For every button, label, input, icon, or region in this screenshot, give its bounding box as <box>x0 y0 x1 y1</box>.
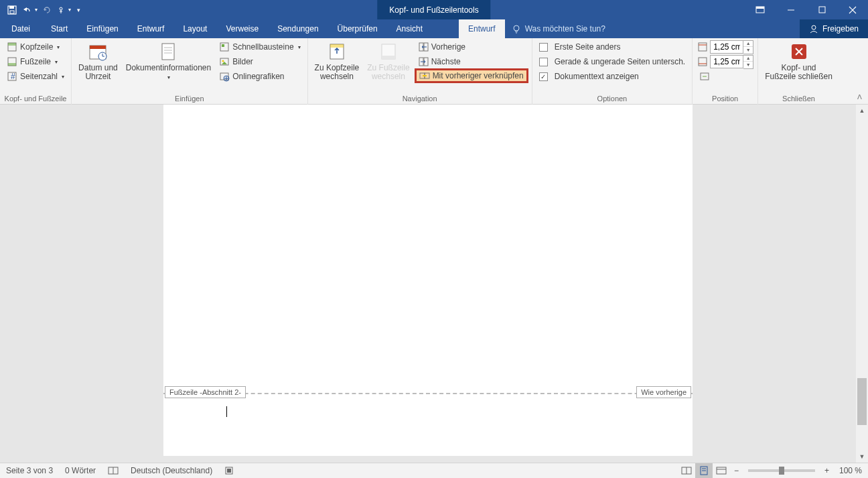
onlinegrafiken-button[interactable]: Onlinegrafiken <box>216 69 303 84</box>
zu-kopfzeile-wechseln-button[interactable]: Zu Kopfzeile wechseln <box>312 40 362 92</box>
bilder-button[interactable]: Bilder <box>216 54 303 69</box>
spellcheck-button[interactable] <box>102 463 125 478</box>
close-button[interactable] <box>837 0 868 19</box>
tell-me-placeholder: Was möchten Sie tun? <box>525 24 605 34</box>
pictures-icon <box>219 56 230 67</box>
tab-entwurf[interactable]: Entwurf <box>128 19 174 38</box>
document-area: Fußzeile -Abschnitt 2- Wie vorherige <box>0 105 856 463</box>
chevron-down-icon: ▾ <box>57 44 60 50</box>
footer-margin-icon <box>697 56 709 68</box>
online-pictures-icon <box>219 71 230 82</box>
spinner-buttons[interactable]: ▲▼ <box>743 55 753 69</box>
view-read-button[interactable] <box>678 463 695 479</box>
header-icon <box>7 42 17 52</box>
svg-rect-48 <box>699 58 707 66</box>
spinner-buttons[interactable]: ▲▼ <box>743 40 753 54</box>
datum-uhrzeit-button[interactable]: Datum und Uhrzeit <box>76 40 121 92</box>
zoom-thumb[interactable] <box>779 467 784 475</box>
chevron-down-icon: ▾ <box>55 59 58 65</box>
undo-button[interactable]: ▾ <box>21 2 38 18</box>
page-indicator[interactable]: Seite 3 von 3 <box>0 463 59 478</box>
touch-mode-button[interactable]: ▾ <box>56 2 72 18</box>
scroll-up-button[interactable]: ▲ <box>856 105 868 117</box>
tab-einfuegen[interactable]: Einfügen <box>77 19 127 38</box>
seitenzahl-button[interactable]: #Seitenzahl▾ <box>4 69 67 84</box>
naechste-button[interactable]: Nächste <box>415 54 528 69</box>
footer-section-tag: Fußzeile -Abschnitt 2- <box>165 386 246 398</box>
zoom-level[interactable]: 100 % <box>833 463 868 478</box>
fusszeile-button[interactable]: Fußzeile▾ <box>4 54 67 69</box>
kopfzeile-button[interactable]: Kopfzeile▾ <box>4 40 67 54</box>
maximize-button[interactable] <box>806 0 837 19</box>
close-header-footer-button[interactable]: Kopf- und Fußzeile schließen <box>762 40 835 92</box>
checkbox-icon <box>539 43 548 52</box>
collapse-ribbon-button[interactable]: ᐱ <box>853 91 865 103</box>
text-cursor <box>226 406 227 417</box>
scroll-thumb[interactable] <box>857 378 867 425</box>
schnellbausteine-button[interactable]: Schnellbausteine▾ <box>216 40 303 54</box>
group-label-einfuegen: Einfügen <box>76 94 303 105</box>
goto-header-icon <box>326 41 348 62</box>
language-indicator[interactable]: Deutsch (Deutschland) <box>125 463 218 478</box>
redo-button[interactable] <box>39 2 55 18</box>
ribbon-display-options[interactable] <box>745 0 776 19</box>
tab-start[interactable]: Start <box>42 19 77 38</box>
qat-customize[interactable]: ▾ <box>74 2 83 18</box>
vertical-scrollbar[interactable]: ▲ ▼ <box>856 105 868 463</box>
view-print-button[interactable] <box>695 463 713 479</box>
view-web-button[interactable] <box>713 463 730 479</box>
header-distance-field[interactable] <box>710 40 743 54</box>
same-as-previous-tag: Wie vorherige <box>636 386 691 398</box>
word-count[interactable]: 0 Wörter <box>59 463 102 478</box>
tab-ansicht[interactable]: Ansicht <box>387 19 432 38</box>
tell-me-search[interactable]: Was möchten Sie tun? <box>505 19 612 38</box>
zoom-slider[interactable] <box>748 469 815 472</box>
tab-hf-entwurf[interactable]: Entwurf <box>459 19 505 38</box>
document-page[interactable]: Fußzeile -Abschnitt 2- Wie vorherige <box>163 105 693 456</box>
save-button[interactable] <box>4 2 20 18</box>
footer-distance-field[interactable] <box>710 55 743 68</box>
svg-rect-2 <box>10 11 14 13</box>
vorherige-button[interactable]: Vorherige <box>415 40 528 54</box>
tab-verweise[interactable]: Verweise <box>216 19 268 38</box>
svg-rect-63 <box>717 467 726 474</box>
zoom-out-button[interactable]: − <box>730 463 743 478</box>
insert-alignment-tab-button[interactable] <box>697 69 753 84</box>
checkbox-icon <box>539 58 548 66</box>
dokumentinformationen-button[interactable]: Dokumentinformationen▾ <box>123 40 214 92</box>
quickparts-icon <box>219 42 230 52</box>
footer-distance-input[interactable]: ▲▼ <box>697 54 753 69</box>
svg-rect-38 <box>382 56 395 59</box>
tab-datei[interactable]: Datei <box>0 19 42 38</box>
minimize-button[interactable] <box>776 0 806 19</box>
lightbulb-icon <box>512 24 521 34</box>
previous-icon <box>418 42 429 52</box>
header-margin-icon <box>697 41 709 53</box>
zoom-in-button[interactable]: + <box>820 463 833 478</box>
tab-icon <box>699 71 710 82</box>
pagenumber-icon: # <box>7 71 17 82</box>
gerade-ungerade-checkbox[interactable]: Gerade & ungerade Seiten untersch. <box>536 54 688 69</box>
svg-rect-45 <box>423 75 427 76</box>
ribbon-tabs: Datei Start Einfügen Entwurf Layout Verw… <box>0 19 868 38</box>
ribbon-content: Kopfzeile▾ Fußzeile▾ #Seitenzahl▾ Kopf- … <box>0 38 868 105</box>
svg-rect-5 <box>756 7 764 9</box>
chevron-down-icon: ▾ <box>298 44 301 50</box>
svg-point-32 <box>222 60 224 62</box>
macro-button[interactable] <box>218 463 240 478</box>
svg-point-3 <box>60 7 62 10</box>
svg-point-13 <box>812 25 816 29</box>
scroll-track[interactable] <box>856 117 868 451</box>
svg-rect-46 <box>699 43 707 51</box>
mit-vorheriger-verknuepfen-button[interactable]: Mit vorheriger verknüpfen <box>415 68 528 83</box>
svg-point-10 <box>514 25 519 31</box>
tab-ueberpruefen[interactable]: Überprüfen <box>328 19 387 38</box>
scroll-down-button[interactable]: ▼ <box>856 451 868 463</box>
share-button[interactable]: Freigeben <box>800 19 868 38</box>
header-distance-input[interactable]: ▲▼ <box>697 40 753 54</box>
dokumenttext-anzeigen-checkbox[interactable]: ✓Dokumenttext anzeigen <box>536 69 688 84</box>
tab-sendungen[interactable]: Sendungen <box>268 19 328 38</box>
erste-seite-anders-checkbox[interactable]: Erste Seite anders <box>536 40 688 54</box>
svg-rect-30 <box>222 44 224 47</box>
tab-layout[interactable]: Layout <box>173 19 216 38</box>
